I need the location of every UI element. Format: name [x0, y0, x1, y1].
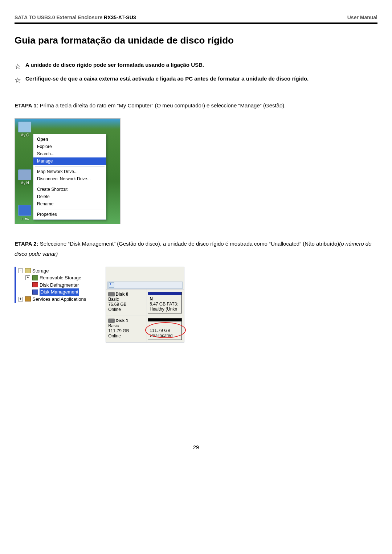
collapse-icon[interactable]: -: [18, 268, 23, 273]
star-icon: ☆: [15, 74, 23, 86]
note-2: ☆ Certifique-se de que a caixa externa e…: [15, 74, 377, 86]
disk-icon: [108, 292, 115, 296]
product-line: SATA TO USB3.0 External Enclosure RX35-A…: [15, 15, 136, 20]
partition-state: Unallocated: [150, 333, 180, 338]
partition-size: 111.79 GB: [150, 328, 180, 333]
disk-size: 76.69 GB: [108, 302, 144, 307]
disk-1-partition[interactable]: 111.79 GB Unallocated: [148, 318, 182, 340]
desktop-icon-ie[interactable]: In Ex: [17, 205, 32, 221]
header-row: SATA TO USB3.0 External Enclosure RX35-A…: [15, 15, 377, 20]
tree-node-removable[interactable]: +Removable Storage: [25, 274, 86, 282]
disk-manager-panel: Disk 0 Basic 76.69 GB Online N 6.47 GB F…: [106, 267, 184, 342]
step-1-text: Prima a tecla direita do rato em “My Com…: [38, 102, 286, 108]
context-menu-item-create-shortcut[interactable]: Create Shortcut: [33, 186, 106, 193]
disk-1-info: Disk 1 Basic 111.79 GB Online: [106, 316, 147, 342]
product-model: RX35-AT-SU3: [104, 15, 136, 20]
folder-icon: [25, 268, 31, 273]
context-menu-item-properties[interactable]: Properties: [33, 211, 106, 218]
partition-header: [148, 292, 181, 295]
step-2: ETAPA 2: Seleccione “Disk Management” (G…: [15, 239, 377, 259]
context-menu-item-search[interactable]: Search...: [33, 150, 106, 157]
page-title: Guia para formatação da unidade de disco…: [15, 35, 377, 46]
icon-label: My C: [17, 133, 32, 137]
icon-label: My N: [17, 181, 32, 185]
horizontal-scrollbar[interactable]: [107, 282, 183, 289]
tree-node-services[interactable]: +Services and Applications: [18, 296, 86, 303]
network-icon: [18, 169, 31, 180]
removable-icon: [32, 275, 38, 280]
disk-name: Disk 1: [115, 318, 128, 323]
volume-list-area: [106, 267, 184, 289]
monitor-icon: [18, 122, 31, 132]
tree-label: Services and Applications: [32, 296, 86, 303]
disk-row-1: Disk 1 Basic 111.79 GB Online 111.79 GB …: [106, 316, 184, 342]
disk-0-partition[interactable]: N 6.47 GB FAT3: Healthy (Unkn: [148, 292, 182, 313]
disk-size: 111.79 GB: [108, 328, 144, 333]
disk-type: Basic: [108, 297, 144, 302]
step-2-text: Seleccione “Disk Management” (Gestão do …: [38, 241, 339, 247]
doc-type: User Manual: [347, 15, 377, 20]
icon-label: In Ex: [17, 217, 32, 221]
header-rule: [15, 22, 377, 24]
context-menu-item-map-network[interactable]: Map Network Drive...: [33, 168, 106, 175]
star-icon: ☆: [15, 61, 23, 72]
context-menu: Open Explore Search... Manage Map Networ…: [33, 134, 106, 220]
note-1: ☆ A unidade de disco rígido pode ser for…: [15, 61, 377, 72]
tree-label: Disk Defragmenter: [40, 282, 79, 289]
context-menu-item-delete[interactable]: Delete: [33, 193, 106, 200]
partition-letter: N: [150, 296, 180, 301]
disk-name: Disk 0: [115, 292, 128, 297]
product-name: SATA TO USB3.0 External Enclosure: [15, 15, 102, 20]
services-icon: [25, 296, 31, 301]
tree-node-defrag[interactable]: Disk Defragmenter: [25, 282, 86, 289]
context-menu-item-explore[interactable]: Explore: [33, 143, 106, 150]
partition-state: Healthy (Unkn: [150, 307, 180, 312]
context-menu-item-rename[interactable]: Rename: [33, 200, 106, 208]
disk-icon: [108, 319, 115, 323]
page-number: 29: [15, 444, 377, 450]
disk-type: Basic: [108, 323, 144, 328]
context-menu-item-manage[interactable]: Manage: [33, 157, 106, 165]
disk-row-0: Disk 0 Basic 76.69 GB Online N 6.47 GB F…: [106, 289, 184, 316]
step-2-label: ETAPA 2:: [15, 241, 38, 247]
step-1-label: ETAPA 1:: [15, 102, 38, 108]
mgmt-tree: -Storage +Removable Storage Disk Defragm…: [15, 267, 87, 304]
context-menu-item-open[interactable]: Open: [33, 136, 106, 143]
defrag-icon: [32, 282, 38, 287]
disk-status: Online: [108, 307, 144, 312]
expand-icon[interactable]: +: [18, 297, 23, 301]
desktop-icon-my-network[interactable]: My N: [17, 169, 32, 185]
tree-label: Removable Storage: [40, 274, 81, 282]
tree-node-storage[interactable]: -Storage: [18, 267, 86, 275]
context-menu-item-disconnect-network[interactable]: Disconnect Network Drive...: [33, 175, 106, 182]
step-1: ETAPA 1: Prima a tecla direita do rato e…: [15, 100, 377, 111]
figure-1-context-menu: My C My N In Ex Open Explore Search... M…: [15, 118, 121, 224]
desktop-icon-my-computer[interactable]: My C: [17, 122, 32, 137]
tree-node-disk-mgmt[interactable]: Disk Management: [25, 288, 86, 296]
tree-label: Disk Management: [40, 288, 79, 296]
figure-2-disk-management: -Storage +Removable Storage Disk Defragm…: [15, 267, 377, 342]
note-1-text: A unidade de disco rígido pode ser forma…: [25, 61, 204, 69]
note-2-text: Certifique-se de que a caixa externa est…: [25, 74, 309, 83]
tree-label: Storage: [32, 267, 49, 275]
partition-size: 6.47 GB FAT3:: [150, 301, 180, 307]
expand-icon[interactable]: +: [25, 275, 30, 280]
disk-mgmt-icon: [32, 290, 38, 295]
ie-icon: [18, 205, 31, 216]
partition-header: [148, 319, 181, 321]
disk-0-info: Disk 0 Basic 76.69 GB Online: [106, 290, 147, 316]
disk-status: Online: [108, 333, 144, 338]
